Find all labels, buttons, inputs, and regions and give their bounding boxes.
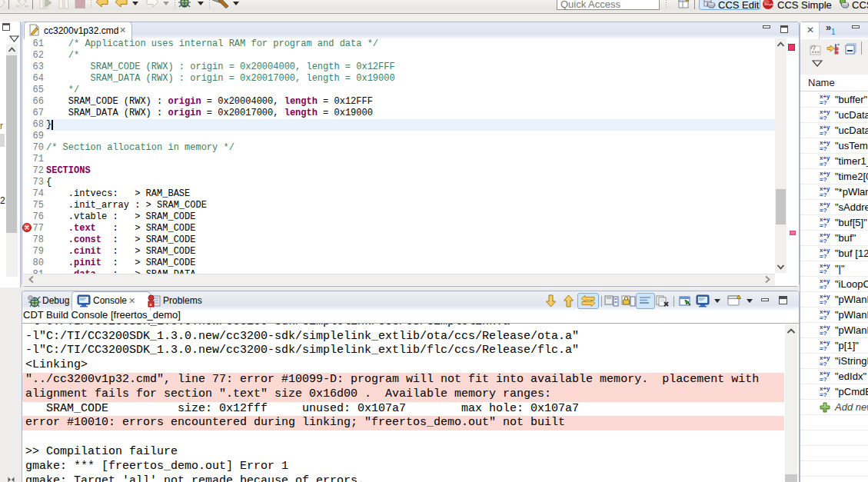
svg-text:Simple: Simple [764, 2, 774, 6]
